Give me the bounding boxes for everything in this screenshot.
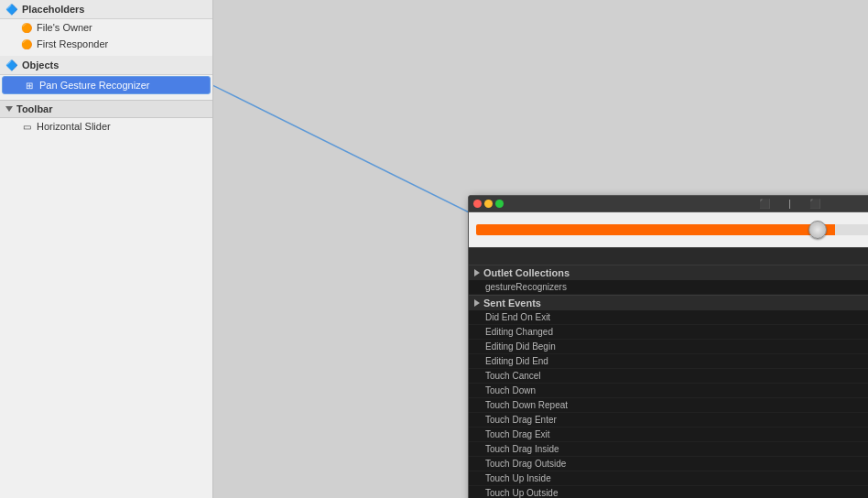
sidebar: 🔷 Placeholders 🟠 File's Owner 🟠 First Re…: [0, 0, 213, 498]
sidebar-item-pan-gesture[interactable]: ⊞ Pan Gesture Recognizer: [2, 76, 211, 94]
outlet-collections-label: Outlet Collections: [483, 267, 570, 278]
placeholders-header: 🔷 Placeholders: [0, 0, 212, 19]
panel-sep1: |: [788, 199, 791, 209]
event-label: Touch Up Outside: [485, 488, 868, 498]
event-label: Touch Drag Exit: [485, 429, 868, 439]
titlebar-center: ⬛ | ⬛: [504, 199, 868, 209]
gesture-recognizers-row[interactable]: gestureRecognizers: [469, 280, 868, 295]
event-row[interactable]: Touch Drag Outside: [469, 457, 868, 471]
objects-header: 🔷 Objects: [0, 56, 212, 75]
event-row[interactable]: Touch Up Inside: [469, 471, 868, 486]
panel-titlebar: ⬛ | ⬛: [469, 196, 868, 212]
minimize-button[interactable]: [484, 200, 493, 208]
first-responder-icon: 🟠: [20, 38, 33, 50]
objects-icon: 🔷: [5, 59, 18, 71]
event-row[interactable]: Editing Did End: [469, 354, 868, 369]
event-row[interactable]: Touch Drag Inside: [469, 442, 868, 457]
event-label: Editing Did End: [485, 356, 868, 366]
slider-widget-container: [469, 212, 868, 247]
event-label: Touch Drag Outside: [485, 459, 868, 469]
event-label: Editing Did Begin: [485, 341, 868, 352]
event-row[interactable]: Touch Cancel: [469, 369, 868, 384]
window-controls: [473, 200, 504, 208]
slider-properties-panel: ⬛ | ⬛ Horizontal Slider Outlet Collectio…: [468, 195, 868, 498]
event-row[interactable]: Touch Drag Enter: [469, 413, 868, 428]
event-row[interactable]: Touch Down Repeat: [469, 398, 868, 413]
panel-title-row: Horizontal Slider: [469, 247, 868, 265]
outlet-collections-header: Outlet Collections: [469, 265, 868, 280]
sidebar-item-files-owner[interactable]: 🟠 File's Owner: [0, 19, 212, 36]
event-label: Touch Drag Inside: [485, 444, 868, 454]
event-label: Editing Changed: [485, 327, 868, 337]
horizontal-slider-icon: ▭: [20, 120, 33, 133]
panel-title-filler: ⬛: [759, 199, 770, 209]
outlet-collections-triangle: [474, 269, 480, 276]
event-row[interactable]: Touch Drag Exit: [469, 428, 868, 442]
event-label: Touch Cancel: [485, 371, 868, 381]
panel-title: Horizontal Slider: [476, 251, 868, 262]
gesture-recognizers-label: gestureRecognizers: [485, 282, 868, 292]
pan-gesture-icon: ⊞: [23, 79, 36, 92]
maximize-button[interactable]: [495, 200, 504, 208]
panel-sep2: ⬛: [809, 199, 820, 209]
event-row[interactable]: Touch Up Outside: [469, 486, 868, 498]
sent-events-triangle: [474, 299, 480, 307]
slider-thumb[interactable]: [808, 221, 827, 239]
files-owner-icon: 🟠: [20, 21, 33, 34]
event-label: Touch Down Repeat: [485, 400, 868, 410]
sidebar-item-first-responder[interactable]: 🟠 First Responder: [0, 36, 212, 52]
sent-events-label: Sent Events: [483, 298, 541, 309]
toolbar-header: Toolbar: [0, 100, 212, 118]
sent-events-header: Sent Events: [469, 295, 868, 310]
event-label: Touch Drag Enter: [485, 415, 868, 425]
event-label: Touch Up Inside: [485, 473, 868, 483]
event-label: Touch Down: [485, 385, 868, 395]
event-row[interactable]: Editing Did Begin: [469, 340, 868, 354]
canvas: ⬛ | ⬛ Horizontal Slider Outlet Collectio…: [213, 0, 868, 498]
toolbar-triangle: [5, 106, 13, 112]
slider-track[interactable]: [476, 224, 868, 235]
sidebar-item-horizontal-slider[interactable]: ▭ Horizontal Slider: [0, 118, 212, 135]
close-button[interactable]: [473, 200, 482, 208]
event-row[interactable]: Did End On Exit: [469, 310, 868, 325]
event-row[interactable]: Editing Changed: [469, 325, 868, 340]
event-row[interactable]: Touch Down: [469, 384, 868, 398]
event-label: Did End On Exit: [485, 312, 868, 322]
events-list: Did End On ExitEditing ChangedEditing Di…: [469, 310, 868, 498]
placeholders-icon: 🔷: [5, 3, 18, 16]
